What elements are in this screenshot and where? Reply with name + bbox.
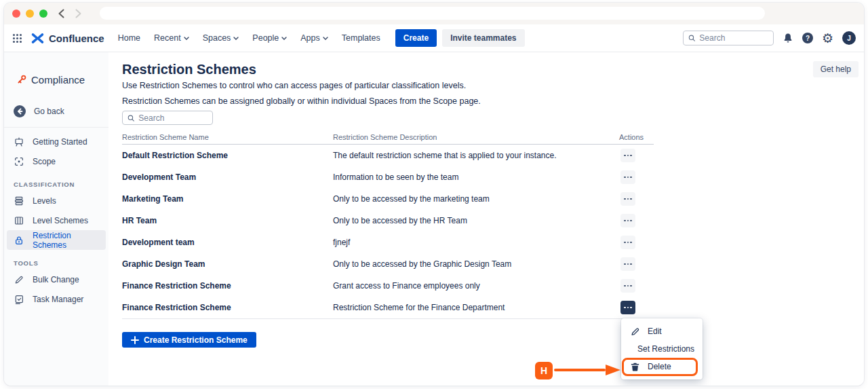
pencil-icon bbox=[630, 327, 640, 337]
browser-window: Confluence Home Recent Spaces People App… bbox=[4, 3, 864, 386]
nav-people[interactable]: People bbox=[252, 33, 287, 43]
scheme-name: Finance Restriction Scheme bbox=[122, 281, 231, 291]
app-switcher-icon[interactable] bbox=[12, 33, 22, 43]
row-actions-button[interactable] bbox=[620, 170, 635, 184]
row-actions-button[interactable] bbox=[620, 301, 635, 314]
global-search[interactable] bbox=[683, 31, 774, 45]
table-header: Restriction Scheme Name Restriction Sche… bbox=[122, 133, 654, 144]
confluence-logo[interactable]: Confluence bbox=[31, 33, 104, 44]
table-row: Finance Restriction Scheme Restriction S… bbox=[122, 297, 654, 318]
scheme-description: Only to be accessed by the Graphic Desig… bbox=[333, 259, 511, 269]
table-search[interactable] bbox=[122, 111, 213, 125]
app-header: Confluence Home Recent Spaces People App… bbox=[4, 24, 864, 52]
row-actions-button[interactable] bbox=[620, 214, 635, 227]
help-button[interactable]: ? bbox=[802, 33, 813, 43]
settings-gear-icon[interactable]: ⚙ bbox=[822, 32, 833, 45]
create-restriction-scheme-button[interactable]: Create Restriction Scheme bbox=[122, 332, 256, 348]
scheme-description: Only to be accessed by the marketing tea… bbox=[333, 194, 490, 204]
column-header-name: Restriction Scheme Name bbox=[122, 133, 209, 141]
browser-back-button[interactable] bbox=[56, 8, 66, 19]
section-heading-tools: TOOLS bbox=[4, 259, 108, 267]
task-check-icon bbox=[14, 294, 24, 305]
scheme-description: Information to be seen by the team bbox=[333, 172, 458, 182]
bell-icon bbox=[783, 33, 793, 43]
invite-teammates-button[interactable]: Invite teammates bbox=[442, 29, 524, 47]
sidebar-item-scope[interactable]: Scope bbox=[4, 151, 108, 171]
app-logo: Compliance bbox=[4, 67, 108, 92]
sidebar-item-bulk-change[interactable]: Bulk Change bbox=[4, 270, 108, 289]
global-search-input[interactable] bbox=[699, 33, 768, 43]
nav-apps[interactable]: Apps bbox=[300, 33, 328, 43]
go-back-button[interactable]: Go back bbox=[4, 101, 108, 121]
notifications-button[interactable] bbox=[783, 33, 793, 43]
scheme-description: Restriction Scheme for the Finance Depar… bbox=[333, 303, 505, 312]
row-actions-button[interactable] bbox=[620, 236, 635, 249]
window-zoom-button[interactable] bbox=[39, 10, 47, 18]
chevron-right-icon bbox=[75, 9, 82, 18]
browser-forward-button[interactable] bbox=[73, 8, 83, 19]
window-close-button[interactable] bbox=[12, 10, 20, 18]
app-name: Compliance bbox=[31, 74, 85, 86]
sidebar-item-restriction-schemes[interactable]: Restriction Schemes bbox=[7, 230, 106, 250]
table-row: Development team fjnejf bbox=[122, 231, 654, 253]
avatar[interactable]: J bbox=[842, 31, 856, 45]
scope-target-icon bbox=[14, 156, 24, 167]
address-bar[interactable] bbox=[100, 7, 765, 20]
back-arrow-icon bbox=[14, 105, 26, 117]
page-description-line2: Restriction Schemes can be assigned glob… bbox=[122, 96, 481, 106]
sidebar-item-levels[interactable]: Levels bbox=[4, 191, 108, 210]
table-row: Default Restriction Scheme The default r… bbox=[122, 145, 654, 166]
scheme-name: Graphic Design Team bbox=[122, 259, 205, 269]
scheme-description: Only to be accessed by the HR Team bbox=[333, 216, 467, 225]
content-area: Compliance Go back Getting Started Scope… bbox=[4, 52, 864, 386]
pencil-icon bbox=[14, 274, 24, 285]
sidebar-item-task-manager[interactable]: Task Manager bbox=[4, 289, 108, 309]
menu-item-delete[interactable]: Delete bbox=[621, 358, 703, 375]
nav-spaces[interactable]: Spaces bbox=[203, 33, 239, 43]
scheme-name: Marketing Team bbox=[122, 194, 183, 204]
annotation-arrow-line bbox=[554, 369, 606, 371]
scheme-description: The default restriction scheme that is a… bbox=[333, 151, 557, 160]
chevron-left-icon bbox=[58, 9, 65, 18]
browser-chrome bbox=[4, 3, 864, 24]
main-panel: Restriction Schemes Get help Use Restric… bbox=[108, 52, 864, 386]
menu-item-edit[interactable]: Edit bbox=[621, 322, 703, 340]
scheme-name: Finance Restriction Scheme bbox=[122, 303, 231, 312]
column-header-description: Restriction Scheme Description bbox=[333, 133, 437, 141]
scheme-description: Grant access to Finance employees only bbox=[333, 281, 480, 291]
chevron-down-icon bbox=[323, 37, 328, 40]
menu-item-set-restrictions[interactable]: Set Restrictions bbox=[621, 340, 703, 358]
get-help-button[interactable]: Get help bbox=[813, 61, 859, 77]
chevron-down-icon bbox=[233, 37, 239, 40]
confluence-logo-icon bbox=[31, 33, 45, 44]
layers-icon bbox=[14, 196, 24, 206]
page-title: Restriction Schemes bbox=[122, 62, 256, 77]
sidebar-divider bbox=[4, 127, 108, 128]
sidebar: Compliance Go back Getting Started Scope… bbox=[4, 52, 108, 386]
lock-icon bbox=[14, 235, 24, 246]
scheme-name: Development Team bbox=[122, 172, 196, 182]
sidebar-item-level-schemes[interactable]: Level Schemes bbox=[4, 210, 108, 230]
table-row: Development Team Information to be seen … bbox=[122, 166, 654, 188]
table-row: Marketing Team Only to be accessed by th… bbox=[122, 188, 654, 210]
traffic-lights bbox=[12, 10, 47, 18]
chevron-down-icon bbox=[281, 37, 287, 40]
nav-home[interactable]: Home bbox=[118, 33, 140, 43]
trash-icon bbox=[630, 362, 640, 372]
table-row: HR Team Only to be accessed by the HR Te… bbox=[122, 210, 654, 231]
nav-templates[interactable]: Templates bbox=[342, 33, 380, 43]
scheme-description: fjnejf bbox=[333, 238, 350, 247]
table-search-input[interactable] bbox=[138, 113, 208, 123]
key-icon bbox=[16, 74, 27, 85]
row-actions-button[interactable] bbox=[620, 192, 635, 206]
create-button[interactable]: Create bbox=[395, 29, 437, 47]
window-minimize-button[interactable] bbox=[26, 10, 34, 18]
sidebar-item-getting-started[interactable]: Getting Started bbox=[4, 132, 108, 151]
plus-icon bbox=[131, 336, 139, 344]
nav-recent[interactable]: Recent bbox=[154, 33, 189, 43]
row-actions-button[interactable] bbox=[620, 279, 635, 293]
row-actions-menu: Edit Set Restrictions Delete bbox=[621, 318, 703, 379]
table-body: Default Restriction Scheme The default r… bbox=[122, 144, 654, 319]
row-actions-button[interactable] bbox=[620, 149, 635, 162]
row-actions-button[interactable] bbox=[620, 257, 635, 271]
